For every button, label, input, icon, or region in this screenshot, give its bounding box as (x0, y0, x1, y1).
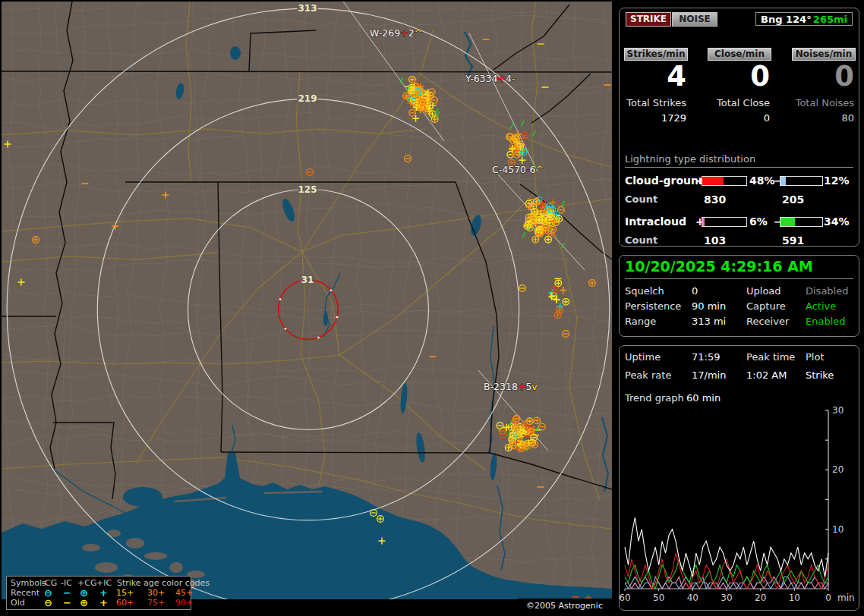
ic-pos-count: 103 (704, 234, 726, 247)
total-close-value: 0 (703, 112, 770, 124)
trend-xtick-40: 40 (687, 592, 698, 603)
cg-count-label: Count (625, 193, 657, 205)
distance-value: 265mi (813, 14, 847, 25)
ring-label-219: 219 (298, 93, 317, 104)
strike-button[interactable]: STRIKE (626, 12, 671, 27)
trend-xtick-10: 10 (789, 592, 800, 603)
trend-xtick-50: 50 (653, 592, 664, 603)
close-per-min-value: 0 (708, 61, 770, 92)
map-canvas[interactable]: 31321912531W-269+2^Y-6334+4-C-4570-6^B-2… (2, 2, 612, 599)
trend-xtick-30: 30 (721, 592, 732, 603)
capture-label: Capture (746, 300, 786, 312)
uptime-value: 71:59 (692, 351, 720, 363)
cg-pos-fill (702, 177, 724, 185)
ic-pos-bar (702, 217, 747, 227)
peak-rate-label: Peak rate (625, 369, 671, 381)
session-panel: Uptime 71:59 Peak time Plot Peak rate 17… (619, 345, 859, 611)
cell-label-W-269: W-269+2^ (370, 27, 422, 39)
status-panel: 10/20/2025 4:29:16 AM Squelch 0 Upload D… (619, 255, 859, 337)
ic-neg-pct: 34% (824, 215, 850, 228)
capture-status: Active (806, 300, 836, 312)
upload-label: Upload (746, 285, 781, 297)
receiver-label: Receiver (746, 316, 789, 327)
trend-x-unit: min (837, 592, 855, 603)
lightning-map[interactable]: 31321912531W-269+2^Y-6334+4-C-4570-6^B-2… (2, 2, 612, 599)
legend-old-label: Old (11, 598, 25, 608)
range-label: Range (625, 316, 656, 327)
trend-series--IC (625, 559, 828, 589)
cloud-ground-label: Cloud-ground (625, 174, 706, 187)
trend-xtick-0: 0 (825, 592, 831, 603)
cg-neg-pct: 12% (824, 174, 850, 187)
persistence-value: 90 min (692, 300, 726, 312)
total-noises-value: 80 (787, 112, 854, 124)
cell-label-Y-6334: Y-6334+4- (465, 73, 515, 84)
strikes-per-min-button[interactable]: Strikes/min (624, 48, 688, 61)
trend-series-Strikes (625, 517, 828, 577)
cg-neg-bar (780, 176, 823, 186)
peak-rate-value: 17/min (692, 369, 726, 381)
age-60: 60+ (116, 598, 134, 608)
total-strikes-value: 1729 (620, 112, 686, 124)
age-15: 15+ (116, 588, 134, 598)
total-noises-label: Total Noises (787, 97, 854, 108)
trend-graph: 1020306050403020100min (620, 405, 859, 610)
noises-per-min-value: 0 (792, 61, 854, 92)
cg-pos-count: 830 (704, 193, 726, 206)
cg-neg-count: 205 (782, 193, 804, 206)
datetime-display: 10/20/2025 4:29:16 AM (625, 258, 853, 279)
peak-time-value: 1:02 AM (746, 369, 787, 381)
trend-graph-label: Trend graph (625, 392, 684, 404)
ic-count-label: Count (625, 234, 657, 246)
circle-plus-icon: ⊕ (80, 598, 88, 608)
noise-button[interactable]: NOISE (672, 12, 717, 27)
ic-neg-fill (780, 218, 795, 226)
cg-pos-pct: 48% (749, 174, 775, 187)
legend-header-agecodes: Strike age color codes (117, 578, 210, 588)
map-legend: Symbols -CG -IC +CG +IC Strike age color… (6, 576, 191, 610)
noises-per-min-button[interactable]: Noises/min (792, 48, 856, 61)
nexstorm-app: { "colors": { "land": "#6a5f57", "water"… (0, 0, 864, 616)
cg-neg-fill (780, 177, 786, 185)
bearing-readout: Bng 124° 265mi (755, 12, 853, 26)
close-per-min-button[interactable]: Close/min (708, 48, 771, 61)
ring-label-31: 31 (301, 275, 314, 285)
rates-panel: STRIKE NOISE Bng 124° 265mi Strikes/min … (619, 8, 859, 247)
ic-neg-bar (780, 217, 823, 227)
trend-ytick-10: 10 (832, 524, 844, 535)
minus-icon: − (63, 598, 71, 608)
legend-recent-label: Recent (11, 588, 39, 598)
receiver-status: Enabled (806, 316, 846, 327)
cell-label-C-4570: C-4570-6^ (492, 164, 544, 175)
cell-label-B-2318: B-2318+5v (484, 381, 538, 392)
intracloud-label: Intracloud (625, 215, 686, 228)
age-90: 90+ (175, 598, 193, 608)
distribution-title: Lightning type distribution (625, 153, 853, 168)
plot-label: Plot (806, 351, 825, 363)
ic-neg-count: 591 (782, 234, 804, 247)
total-close-label: Total Close (703, 97, 770, 108)
copyright-text: ©2005 Astrogenic Systems (517, 599, 612, 613)
age-45: 45+ (175, 588, 193, 598)
trend-ytick-30: 30 (832, 405, 844, 416)
ic-pos-pct: 6% (749, 215, 768, 228)
cg-pos-bar (702, 176, 747, 186)
persistence-label: Persistence (625, 300, 681, 312)
strikes-per-min-value: 4 (624, 61, 686, 92)
uptime-label: Uptime (625, 351, 661, 363)
age-75: 75+ (147, 598, 165, 608)
bearing-value: Bng 124° (761, 14, 812, 25)
age-30: 30+ (147, 588, 165, 598)
peak-time-label: Peak time (746, 351, 795, 363)
squelch-label: Squelch (625, 285, 664, 297)
plus-icon: + (99, 598, 108, 608)
range-value: 313 mi (692, 316, 726, 327)
plot-mode-value: Strike (806, 369, 834, 381)
ic-pos-fill (702, 218, 705, 226)
squelch-value: 0 (692, 285, 698, 297)
trend-xtick-60: 60 (620, 592, 631, 603)
circle-minus-icon: ⊖ (44, 598, 52, 608)
trend-ytick-20: 20 (832, 464, 844, 475)
ring-label-313: 313 (298, 3, 317, 14)
ring-label-125: 125 (298, 184, 317, 195)
